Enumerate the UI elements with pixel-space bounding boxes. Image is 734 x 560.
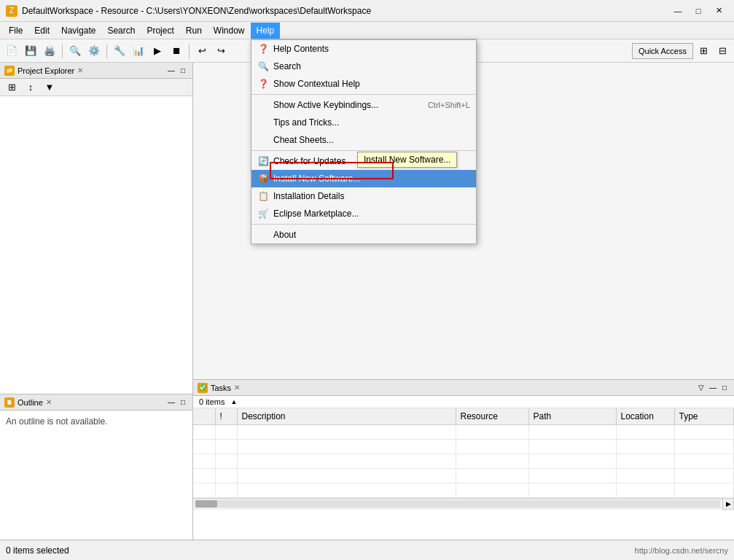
col-header-path: Path (528, 408, 616, 424)
col-header-bang: ! (215, 408, 237, 424)
table-row (193, 454, 734, 468)
menu-run[interactable]: Run (180, 23, 208, 39)
toolbar-btn2[interactable]: 💾 (22, 42, 39, 60)
about-item[interactable]: About (251, 226, 476, 244)
menu-file[interactable]: File (3, 23, 28, 39)
about-icon (257, 229, 269, 241)
tasks-icon: ✅ (198, 383, 208, 393)
outline-maximize[interactable]: □ (178, 397, 188, 408)
pe-toolbar-btn2[interactable]: ↕ (22, 79, 39, 96)
tasks-tab-marker: ✕ (234, 384, 240, 392)
keybindings-shortcut: Ctrl+Shift+L (428, 101, 470, 109)
close-button[interactable]: ✕ (709, 3, 728, 19)
menu-search[interactable]: Search (101, 23, 141, 39)
tips-tricks-item[interactable]: Tips and Tricks... (251, 114, 476, 131)
toolbar-sep1 (62, 44, 63, 58)
tips-label: Tips and Tricks... (273, 117, 470, 128)
status-bar: 0 items selected http://blog.csdn.net/se… (0, 540, 734, 560)
help-contents-icon: ❓ (257, 43, 269, 55)
help-search-icon: 🔍 (257, 61, 269, 72)
status-right: http://blog.csdn.net/sercny (635, 546, 728, 555)
toolbar-sep2 (106, 44, 107, 58)
project-explorer-section: 📁 Project Explorer ✕ — □ ⊞ ↕ ▼ (0, 63, 192, 394)
maximize-button[interactable]: □ (689, 3, 708, 19)
sep3 (251, 224, 476, 225)
tasks-title: Tasks (211, 384, 231, 392)
project-explorer-content (0, 96, 192, 394)
outline-panel: 📋 Outline ✕ — □ An outline is not availa… (0, 394, 192, 540)
sep2 (251, 150, 476, 151)
title-bar: Z DefaultWorkspace - Resource - C:\Users… (0, 0, 734, 22)
check-updates-icon: 🔄 (257, 155, 269, 167)
toolbar-btn8[interactable]: ▶ (149, 42, 166, 60)
project-explorer-title: Project Explorer (17, 66, 74, 75)
title-bar-left: Z DefaultWorkspace - Resource - C:\Users… (6, 5, 371, 17)
installation-details-item[interactable]: 📋 Installation Details (251, 187, 476, 205)
check-updates-item[interactable]: 🔄 Check for Updates (251, 152, 476, 170)
project-explorer-maximize[interactable]: □ (178, 66, 188, 76)
outline-header: 📋 Outline ✕ — □ (0, 394, 192, 411)
install-software-icon: 📦 (257, 173, 269, 184)
toolbar-view-btn1[interactable]: ⊞ (695, 42, 712, 60)
toolbar-btn10[interactable]: ↩ (193, 42, 211, 60)
title-bar-text: DefaultWorkspace - Resource - C:\Users\Y… (22, 6, 371, 16)
show-contextual-help-item[interactable]: ❓ Show Contextual Help (251, 75, 476, 93)
tasks-info: 0 items ▲ (193, 396, 734, 408)
toolbar-btn9[interactable]: ⏹ (168, 42, 185, 60)
tasks-header-row: ! Description Resource Path Location Typ… (193, 408, 734, 424)
pe-toolbar-btn3[interactable]: ▼ (41, 79, 58, 96)
keybindings-icon (257, 99, 269, 111)
menu-project[interactable]: Project (141, 23, 179, 39)
tasks-count: 0 items (199, 397, 225, 406)
quick-access-button[interactable]: Quick Access (632, 43, 693, 59)
marketplace-icon: 🛒 (257, 208, 269, 219)
outline-content: An outline is not available. (0, 411, 192, 540)
scroll-right-btn[interactable]: ▶ (722, 498, 734, 510)
menu-edit[interactable]: Edit (28, 23, 55, 39)
pe-toolbar-btn1[interactable]: ⊞ (3, 79, 20, 96)
toolbar-btn3[interactable]: 🖨️ (41, 42, 58, 60)
table-row (193, 468, 734, 483)
status-left: 0 items selected (6, 545, 69, 556)
menu-help[interactable]: Help (251, 23, 281, 39)
toolbar-btn4[interactable]: 🔍 (66, 42, 84, 60)
cheat-sheets-item[interactable]: Cheat Sheets... (251, 131, 476, 149)
menu-window[interactable]: Window (208, 23, 251, 39)
toolbar-btn5[interactable]: ⚙️ (85, 42, 103, 60)
minimize-button[interactable]: — (668, 3, 687, 19)
help-search-label: Search (273, 61, 470, 71)
tasks-minimize[interactable]: — (708, 383, 718, 393)
col-header-description: Description (237, 408, 456, 424)
project-explorer-toolbar: ⊞ ↕ ▼ (0, 79, 192, 96)
project-explorer-minimize[interactable]: — (166, 66, 176, 76)
installation-details-icon: 📋 (257, 190, 269, 202)
left-panel: 📁 Project Explorer ✕ — □ ⊞ ↕ ▼ 📋 Outline… (0, 63, 193, 540)
toolbar-btn6[interactable]: 🔧 (111, 42, 128, 60)
installation-details-label: Installation Details (273, 191, 470, 201)
outline-empty-message: An outline is not available. (6, 416, 107, 427)
cheat-sheets-label: Cheat Sheets... (273, 135, 470, 145)
install-software-item[interactable]: 📦 Install New Software... (251, 170, 476, 187)
toolbar-new-btn[interactable]: 📄 (3, 42, 20, 60)
outline-title: Outline (17, 398, 43, 407)
tasks-maximize[interactable]: □ (719, 383, 730, 393)
help-contents-item[interactable]: ❓ Help Contents (251, 40, 476, 58)
title-bar-controls: — □ ✕ (668, 3, 728, 19)
toolbar-btn11[interactable]: ↪ (212, 42, 230, 60)
marketplace-item[interactable]: 🛒 Eclipse Marketplace... (251, 205, 476, 222)
toolbar-btn7[interactable]: 📊 (130, 42, 147, 60)
keybindings-item[interactable]: Show Active Keybindings... Ctrl+Shift+L (251, 96, 476, 114)
tips-icon (257, 117, 269, 128)
col-header-num (193, 408, 215, 424)
contextual-help-label: Show Contextual Help (273, 79, 470, 89)
tasks-view-menu[interactable]: ▽ (696, 383, 706, 393)
outline-tab-marker: ✕ (46, 398, 52, 406)
outline-minimize[interactable]: — (166, 397, 176, 408)
tasks-content: 0 items ▲ ! Description Resource Path Lo… (193, 396, 734, 540)
outline-icon: 📋 (4, 397, 15, 408)
toolbar-view-btn2[interactable]: ⊟ (714, 42, 731, 60)
horizontal-scrollbar[interactable]: ▶ (193, 498, 734, 510)
help-dropdown-menu[interactable]: ❓ Help Contents 🔍 Search ❓ Show Contextu… (251, 39, 477, 244)
menu-navigate[interactable]: Navigate (55, 23, 101, 39)
help-search-item[interactable]: 🔍 Search (251, 58, 476, 75)
